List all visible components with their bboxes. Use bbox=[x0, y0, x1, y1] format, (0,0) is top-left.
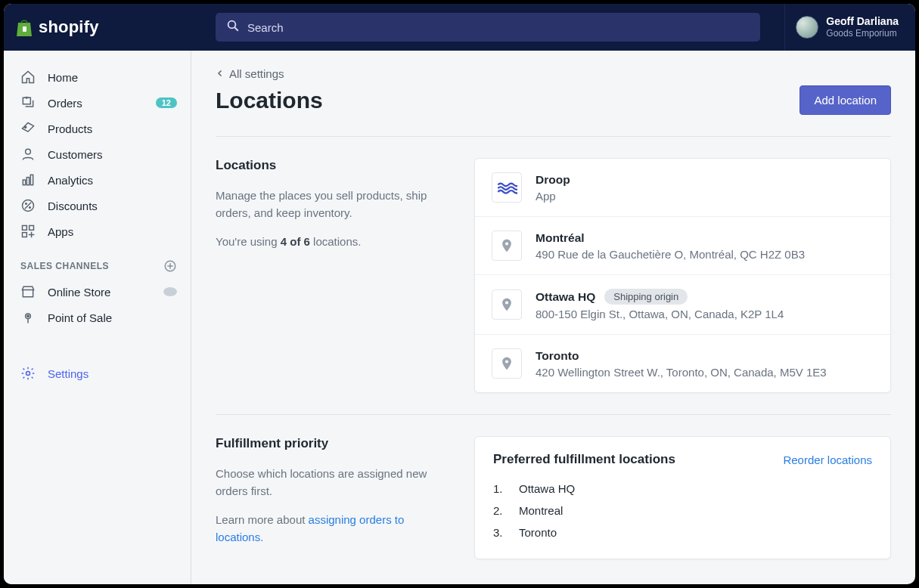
view-store-icon[interactable] bbox=[163, 287, 177, 296]
svg-point-3 bbox=[25, 126, 26, 128]
avatar bbox=[796, 16, 818, 39]
fulfillment-description: Choose which locations are assigned new … bbox=[216, 465, 450, 500]
top-bar: shopify Geoff Darliana Goods Emporium bbox=[4, 4, 915, 51]
app-icon bbox=[492, 172, 522, 203]
svg-point-20 bbox=[26, 372, 30, 376]
shopify-bag-icon bbox=[14, 17, 34, 38]
svg-point-1 bbox=[228, 21, 236, 29]
search-input[interactable] bbox=[247, 21, 750, 34]
location-address: 420 Wellington Street W., Toronto, ON, C… bbox=[536, 366, 874, 379]
svg-rect-14 bbox=[23, 233, 27, 237]
svg-rect-12 bbox=[23, 226, 27, 231]
products-icon bbox=[20, 121, 36, 136]
orders-icon bbox=[20, 95, 36, 110]
fulfillment-heading: Fulfillment priority bbox=[216, 436, 450, 451]
location-name: Toronto bbox=[536, 349, 579, 363]
fulfillment-learn-more: Learn more about assigning orders to loc… bbox=[216, 511, 450, 546]
priority-item: Toronto bbox=[493, 521, 872, 543]
shopify-logo[interactable]: shopify bbox=[14, 17, 99, 38]
sidebar-item-analytics[interactable]: Analytics bbox=[4, 167, 191, 193]
location-subtitle: App bbox=[536, 190, 874, 203]
search-box[interactable] bbox=[216, 13, 760, 42]
location-row[interactable]: Ottawa HQ Shipping origin 800-150 Elgin … bbox=[475, 274, 890, 334]
svg-rect-7 bbox=[30, 175, 33, 184]
user-name: Geoff Darliana bbox=[826, 15, 899, 28]
fulfillment-card-title: Preferred fulfillment locations bbox=[493, 452, 675, 467]
user-menu[interactable]: Geoff Darliana Goods Emporium bbox=[784, 4, 915, 51]
svg-rect-0 bbox=[23, 26, 26, 32]
analytics-icon bbox=[20, 172, 36, 187]
location-row[interactable]: Droop App bbox=[475, 159, 890, 216]
pin-icon bbox=[492, 289, 522, 320]
location-name: Ottawa HQ bbox=[536, 290, 595, 304]
location-name: Droop bbox=[536, 173, 570, 187]
location-row[interactable]: Toronto 420 Wellington Street W., Toront… bbox=[475, 334, 890, 392]
sidebar-item-label: Customers bbox=[48, 148, 177, 161]
svg-point-21 bbox=[505, 242, 508, 245]
sidebar: Home Orders 12 Products Customers Analyt… bbox=[4, 51, 191, 584]
locations-usage: You're using 4 of 6 locations. bbox=[216, 233, 450, 250]
sidebar-channel-pos[interactable]: Point of Sale bbox=[4, 305, 191, 330]
location-address: 490 Rue de la Gauchetière O, Montréal, Q… bbox=[536, 248, 874, 261]
brand-area: shopify bbox=[4, 17, 191, 38]
sales-channels-header: SALES CHANNELS bbox=[4, 244, 191, 279]
locations-heading: Locations bbox=[216, 158, 450, 173]
sidebar-item-label: Products bbox=[48, 122, 177, 135]
add-channel-icon[interactable] bbox=[163, 259, 177, 273]
chevron-left-icon bbox=[216, 67, 225, 80]
sidebar-item-label: Orders bbox=[48, 97, 144, 110]
user-store: Goods Emporium bbox=[826, 28, 899, 39]
priority-item: Ottawa HQ bbox=[493, 478, 872, 500]
store-icon bbox=[20, 284, 36, 299]
pin-icon bbox=[492, 348, 522, 379]
svg-point-10 bbox=[26, 203, 27, 205]
gear-icon bbox=[20, 366, 36, 381]
sidebar-channel-online-store[interactable]: Online Store bbox=[4, 279, 191, 305]
sidebar-item-settings[interactable]: Settings bbox=[4, 361, 191, 386]
svg-point-11 bbox=[29, 207, 31, 209]
location-row[interactable]: Montréal 490 Rue de la Gauchetière O, Mo… bbox=[475, 216, 890, 274]
sidebar-item-orders[interactable]: Orders 12 bbox=[4, 90, 191, 116]
add-location-button[interactable]: Add location bbox=[799, 85, 891, 115]
home-icon bbox=[20, 70, 36, 85]
divider bbox=[216, 414, 891, 415]
breadcrumb[interactable]: All settings bbox=[216, 67, 284, 80]
svg-rect-5 bbox=[23, 180, 25, 185]
priority-list: Ottawa HQ Montreal Toronto bbox=[493, 478, 872, 543]
svg-rect-13 bbox=[29, 226, 34, 231]
sidebar-item-label: Discounts bbox=[48, 200, 177, 212]
svg-line-2 bbox=[234, 27, 238, 31]
brand-name: shopify bbox=[39, 17, 99, 37]
svg-rect-6 bbox=[26, 178, 29, 185]
svg-point-23 bbox=[505, 360, 508, 363]
sidebar-item-home[interactable]: Home bbox=[4, 64, 191, 90]
priority-item: Montreal bbox=[493, 500, 872, 521]
sidebar-item-label: Point of Sale bbox=[48, 311, 177, 324]
sidebar-item-label: Online Store bbox=[48, 286, 151, 299]
reorder-locations-link[interactable]: Reorder locations bbox=[783, 453, 872, 466]
search-icon bbox=[226, 19, 240, 36]
discounts-icon bbox=[20, 198, 36, 213]
pin-icon bbox=[492, 231, 522, 261]
orders-badge: 12 bbox=[156, 97, 177, 108]
divider bbox=[216, 136, 891, 137]
svg-point-4 bbox=[26, 149, 31, 154]
apps-icon bbox=[20, 224, 36, 239]
sidebar-item-label: Settings bbox=[48, 367, 177, 380]
location-name: Montréal bbox=[536, 231, 585, 245]
sidebar-item-discounts[interactable]: Discounts bbox=[4, 193, 191, 218]
locations-description: Manage the places you sell products, shi… bbox=[216, 187, 450, 222]
location-address: 800-150 Elgin St., Ottawa, ON, Canada, K… bbox=[536, 308, 874, 320]
svg-point-19 bbox=[27, 315, 29, 317]
fulfillment-card: Preferred fulfillment locations Reorder … bbox=[474, 436, 891, 559]
customers-icon bbox=[20, 147, 36, 162]
sidebar-item-label: Apps bbox=[48, 225, 177, 238]
sidebar-item-label: Home bbox=[48, 71, 177, 84]
sidebar-item-customers[interactable]: Customers bbox=[4, 141, 191, 167]
sidebar-item-products[interactable]: Products bbox=[4, 116, 191, 141]
sidebar-item-label: Analytics bbox=[48, 174, 177, 187]
locations-card: Droop App Montréal 490 Rue de la Gauchet… bbox=[474, 158, 891, 393]
pos-icon bbox=[20, 310, 36, 325]
svg-point-22 bbox=[505, 301, 508, 304]
sidebar-item-apps[interactable]: Apps bbox=[4, 218, 191, 244]
